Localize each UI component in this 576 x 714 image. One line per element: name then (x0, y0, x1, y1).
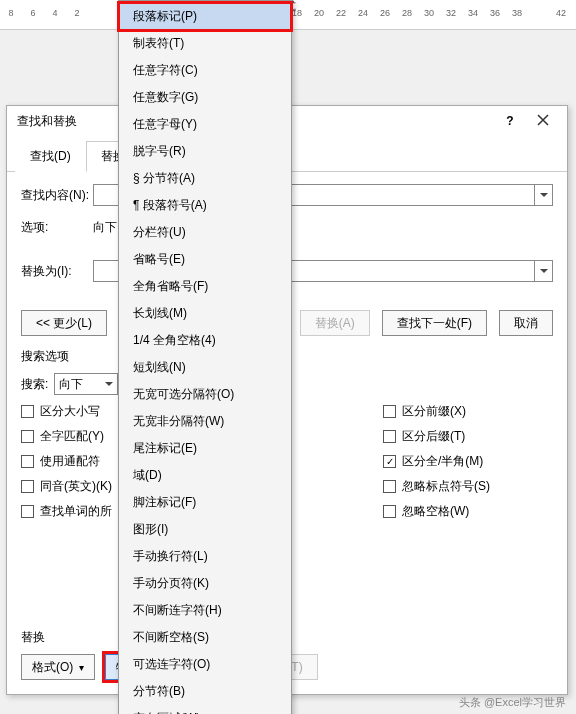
dropdown-arrow-icon[interactable] (534, 185, 552, 205)
menu-item-21[interactable]: 手动分页符(K) (119, 570, 291, 597)
menu-item-18[interactable]: 脚注标记(F) (119, 489, 291, 516)
check-right-0[interactable]: 区分前缀(X) (383, 403, 553, 420)
check-label: 区分大小写 (40, 403, 100, 420)
check-label: 忽略标点符号(S) (402, 478, 490, 495)
special-format-menu: 段落标记(P)制表符(T)任意字符(C)任意数字(G)任意字母(Y)脱字号(R)… (118, 0, 292, 714)
menu-item-20[interactable]: 手动换行符(L) (119, 543, 291, 570)
check-right-2[interactable]: 区分全/半角(M) (383, 453, 553, 470)
check-right-3[interactable]: 忽略标点符号(S) (383, 478, 553, 495)
check-label: 全字匹配(Y) (40, 428, 104, 445)
menu-item-9[interactable]: 省略号(E) (119, 246, 291, 273)
check-right-1[interactable]: 区分后缀(T) (383, 428, 553, 445)
menu-item-19[interactable]: 图形(I) (119, 516, 291, 543)
menu-item-10[interactable]: 全角省略号(F) (119, 273, 291, 300)
menu-item-8[interactable]: 分栏符(U) (119, 219, 291, 246)
check-right-4[interactable]: 忽略空格(W) (383, 503, 553, 520)
less-button[interactable]: << 更少(L) (21, 310, 107, 336)
menu-item-7[interactable]: ¶ 段落符号(A) (119, 192, 291, 219)
menu-item-12[interactable]: 1/4 全角空格(4) (119, 327, 291, 354)
menu-item-15[interactable]: 无宽非分隔符(W) (119, 408, 291, 435)
check-label: 区分后缀(T) (402, 428, 465, 445)
checkbox-icon (21, 480, 34, 493)
menu-item-6[interactable]: § 分节符(A) (119, 165, 291, 192)
replace-all-button[interactable]: 替换(A) (300, 310, 370, 336)
menu-item-24[interactable]: 可选连字符(O) (119, 651, 291, 678)
help-button[interactable]: ? (495, 114, 525, 128)
menu-item-1[interactable]: 制表符(T) (119, 30, 291, 57)
options-label: 选项: (21, 219, 93, 236)
check-label: 忽略空格(W) (402, 503, 469, 520)
menu-item-26[interactable]: 空白区域(W) (119, 705, 291, 714)
close-icon (537, 114, 549, 126)
menu-item-22[interactable]: 不间断连字符(H) (119, 597, 291, 624)
search-direction-value: 向下 (59, 376, 83, 393)
checkbox-icon (383, 455, 396, 468)
menu-item-11[interactable]: 长划线(M) (119, 300, 291, 327)
check-label: 区分全/半角(M) (402, 453, 483, 470)
check-label: 查找单词的所 (40, 503, 112, 520)
check-label: 区分前缀(X) (402, 403, 466, 420)
find-next-button[interactable]: 查找下一处(F) (382, 310, 487, 336)
checkbox-icon (21, 430, 34, 443)
watermark: 头条 @Excel学习世界 (459, 695, 566, 710)
find-content-label: 查找内容(N): (21, 187, 93, 204)
format-button[interactable]: 格式(O) (21, 654, 95, 680)
close-button[interactable] (525, 113, 561, 129)
menu-item-23[interactable]: 不间断空格(S) (119, 624, 291, 651)
menu-item-3[interactable]: 任意数字(G) (119, 84, 291, 111)
search-direction-select[interactable]: 向下 (54, 373, 118, 395)
search-direction-label: 搜索: (21, 376, 48, 393)
menu-item-4[interactable]: 任意字母(Y) (119, 111, 291, 138)
cancel-button[interactable]: 取消 (499, 310, 553, 336)
options-value: 向下 (93, 219, 117, 236)
tab-find[interactable]: 查找(D) (15, 141, 86, 172)
check-label: 同音(英文)(K) (40, 478, 112, 495)
replace-with-label: 替换为(I): (21, 263, 93, 280)
checkbox-icon (383, 505, 396, 518)
menu-item-13[interactable]: 短划线(N) (119, 354, 291, 381)
checkbox-icon (383, 430, 396, 443)
checkbox-icon (21, 455, 34, 468)
check-label: 使用通配符 (40, 453, 100, 470)
dropdown-arrow-icon[interactable] (534, 261, 552, 281)
menu-item-17[interactable]: 域(D) (119, 462, 291, 489)
checkbox-icon (383, 405, 396, 418)
menu-item-0[interactable]: 段落标记(P) (119, 3, 291, 30)
menu-item-2[interactable]: 任意字符(C) (119, 57, 291, 84)
menu-item-16[interactable]: 尾注标记(E) (119, 435, 291, 462)
menu-item-5[interactable]: 脱字号(R) (119, 138, 291, 165)
menu-item-25[interactable]: 分节符(B) (119, 678, 291, 705)
checkbox-icon (21, 505, 34, 518)
checkbox-icon (21, 405, 34, 418)
menu-item-14[interactable]: 无宽可选分隔符(O) (119, 381, 291, 408)
checkbox-icon (383, 480, 396, 493)
